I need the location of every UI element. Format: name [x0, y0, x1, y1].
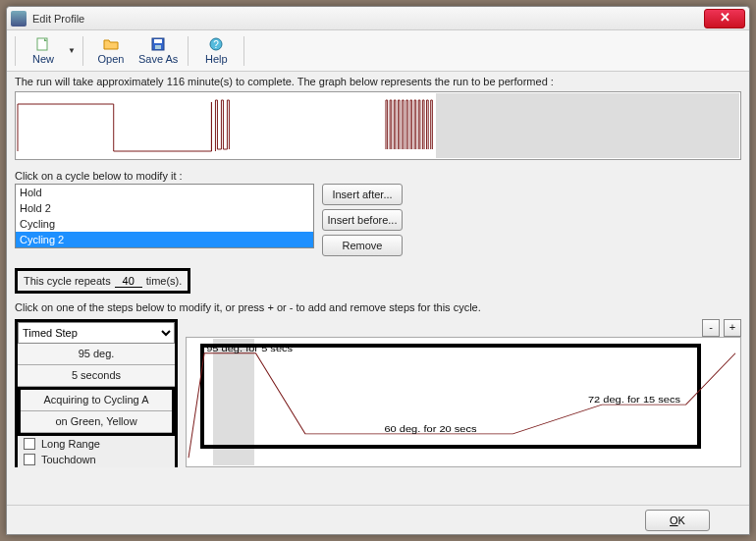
open-icon	[103, 36, 119, 52]
content-area: The run will take approximately 116 minu…	[7, 72, 749, 505]
insert-before-button[interactable]: Insert before...	[322, 209, 403, 231]
step2-label: 60 deg. for 20 secs	[384, 424, 476, 434]
add-step-button[interactable]: +	[724, 319, 741, 337]
long-range-label: Long Range	[41, 438, 100, 450]
open-button[interactable]: Open	[89, 32, 133, 70]
insert-after-button[interactable]: Insert after...	[322, 184, 403, 205]
new-label: New	[32, 53, 54, 65]
step-left-panel: Timed Step 95 deg. 5 seconds Acquiring t…	[15, 319, 178, 467]
saveas-button[interactable]: Save As	[135, 32, 182, 70]
help-label: Help	[205, 53, 228, 65]
long-range-checkbox[interactable]	[24, 438, 35, 450]
touchdown-row[interactable]: Touchdown	[18, 452, 175, 467]
channels-cell[interactable]: on Green, Yellow	[21, 411, 172, 433]
step-svg: 95 deg. for 5 secs 60 deg. for 20 secs 7…	[187, 338, 740, 466]
ok-button[interactable]: OK	[645, 510, 710, 531]
step-temp-cell[interactable]: 95 deg.	[18, 344, 175, 365]
repeats-input[interactable]	[115, 274, 142, 288]
step-graph[interactable]: 95 deg. for 5 secs 60 deg. for 20 secs 7…	[186, 337, 741, 467]
svg-text:?: ?	[214, 39, 220, 50]
svg-rect-3	[155, 45, 161, 49]
step-right-panel: - + 95 deg. for 5 secs 60 deg. for 20 se…	[186, 319, 741, 467]
acquisition-block: Acquiring to Cycling A on Green, Yellow	[18, 387, 175, 436]
step-type-select[interactable]: Timed Step	[18, 322, 175, 344]
window-title: Edit Profile	[32, 13, 704, 25]
step-duration-cell[interactable]: 5 seconds	[18, 365, 175, 387]
repeats-box: This cycle repeats time(s).	[15, 268, 190, 294]
edit-profile-window: Edit Profile ✕ New ▼ Open Save As	[6, 6, 750, 535]
cycle-listbox[interactable]: Hold Hold 2 Cycling Cycling 2	[15, 184, 314, 248]
saveas-label: Save As	[138, 53, 178, 65]
help-icon: ?	[208, 36, 224, 52]
step3-label: 72 deg. for 15 secs	[588, 395, 680, 405]
remove-button[interactable]: Remove	[322, 235, 403, 256]
close-button[interactable]: ✕	[704, 9, 745, 28]
cycle-buttons: Insert after... Insert before... Remove	[322, 184, 403, 256]
cycle-row: Hold Hold 2 Cycling Cycling 2 Insert aft…	[15, 184, 741, 256]
new-button[interactable]: New	[22, 32, 65, 70]
toolbar: New ▼ Open Save As ? Help	[7, 30, 749, 72]
help-button[interactable]: ? Help	[194, 32, 238, 70]
app-icon	[11, 11, 27, 27]
cycle-item-cycling2[interactable]: Cycling 2	[16, 232, 313, 247]
long-range-row[interactable]: Long Range	[18, 436, 175, 452]
titlebar[interactable]: Edit Profile ✕	[7, 7, 749, 30]
touchdown-label: Touchdown	[41, 454, 96, 465]
cycle-prompt: Click on a cycle below to modify it :	[15, 170, 741, 182]
touchdown-checkbox[interactable]	[24, 454, 35, 465]
footer: OK	[7, 505, 749, 534]
ok-rest: K	[678, 514, 685, 526]
new-icon	[35, 36, 51, 52]
repeats-suffix: time(s).	[146, 275, 183, 287]
run-overview-graph[interactable]	[15, 91, 741, 160]
plus-minus-row: - +	[186, 319, 741, 337]
steps-row: Timed Step 95 deg. 5 seconds Acquiring t…	[15, 319, 741, 467]
cycle-item-hold[interactable]: Hold	[16, 185, 313, 200]
svg-rect-2	[154, 39, 162, 43]
open-label: Open	[98, 53, 125, 65]
new-dropdown-arrow[interactable]: ▼	[67, 32, 77, 70]
remove-step-button[interactable]: -	[702, 319, 720, 337]
cycle-item-cycling[interactable]: Cycling	[16, 216, 313, 232]
cycle-item-hold2[interactable]: Hold 2	[16, 200, 313, 216]
run-summary-text: The run will take approximately 116 minu…	[15, 76, 741, 87]
repeats-prefix: This cycle repeats	[24, 275, 111, 287]
selected-cycle-highlight	[436, 93, 739, 158]
steps-prompt: Click on one of the steps below to modif…	[15, 301, 741, 313]
step1-label: 95 deg. for 5 secs	[206, 344, 293, 353]
save-icon	[150, 36, 166, 52]
acquiring-cell[interactable]: Acquiring to Cycling A	[21, 390, 172, 411]
